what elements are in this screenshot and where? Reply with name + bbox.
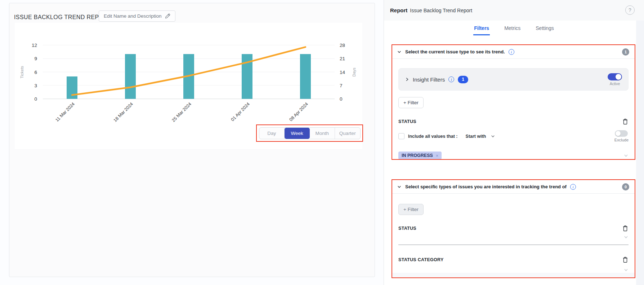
- include-values-row: Include all values that : Start with Exc…: [398, 130, 629, 142]
- tab-filters[interactable]: Filters: [473, 23, 490, 35]
- panel-header-title: Issue Backlog Trend Report: [410, 8, 472, 13]
- svg-text:08 Apr 2024: 08 Apr 2024: [289, 101, 309, 122]
- svg-text:21: 21: [340, 56, 345, 61]
- chevron-down-icon[interactable]: [623, 267, 629, 272]
- active-toggle[interactable]: [608, 73, 622, 80]
- insight-filters-row[interactable]: Insight Filters i 1 Active: [398, 68, 629, 91]
- status-field-header: STATUS: [398, 118, 629, 125]
- panel-header: Report Issue Backlog Trend Report: [384, 0, 644, 21]
- svg-text:Days: Days: [352, 67, 356, 77]
- panel-header-label: Report: [390, 7, 407, 13]
- info-icon[interactable]: i: [448, 76, 454, 82]
- chevron-down-icon[interactable]: [623, 153, 629, 158]
- svg-text:9: 9: [34, 56, 37, 61]
- section-1-count-badge: 1: [622, 48, 629, 56]
- granularity-switcher: Day Week Month Quarter: [259, 127, 361, 139]
- include-all-label: Include all values that :: [408, 134, 458, 139]
- svg-text:7: 7: [340, 83, 343, 88]
- svg-text:12: 12: [32, 43, 37, 48]
- section-1-title: Select the current issue type to see its…: [405, 49, 505, 54]
- svg-text:0: 0: [34, 96, 37, 102]
- filter-section-current-issue-type: Select the current issue type to see its…: [392, 44, 635, 160]
- info-icon[interactable]: i: [570, 184, 576, 190]
- svg-text:6: 6: [34, 70, 37, 75]
- trash-icon[interactable]: [622, 256, 629, 263]
- svg-text:14: 14: [340, 70, 345, 75]
- add-filter-label: + Filter: [403, 100, 419, 105]
- status-chip-in-progress[interactable]: IN PROGRESS ×: [398, 152, 442, 159]
- exclude-toggle-group: Exclude: [614, 130, 629, 142]
- svg-text:11 Mar 2024: 11 Mar 2024: [54, 101, 76, 123]
- filter-section-specific-issue-types: Select specific types of issues you are …: [392, 179, 635, 278]
- granularity-month[interactable]: Month: [310, 128, 335, 139]
- svg-text:18 Mar 2024: 18 Mar 2024: [113, 101, 134, 123]
- chevron-down-icon: [397, 49, 402, 54]
- granularity-week[interactable]: Week: [285, 128, 310, 139]
- svg-text:3: 3: [34, 83, 37, 88]
- status-category-dropdown: [398, 267, 629, 272]
- insight-toggle-group: Active: [608, 73, 622, 86]
- include-all-checkbox[interactable]: [398, 133, 404, 139]
- edit-button-label: Edit Name and Description: [104, 13, 162, 19]
- page-title: ISSUE BACKLOG TREND REPORT: [14, 14, 111, 21]
- chip-label: IN PROGRESS: [402, 153, 433, 158]
- trash-icon[interactable]: [622, 118, 629, 125]
- section-2-title: Select specific types of issues you are …: [405, 184, 567, 189]
- granularity-quarter[interactable]: Quarter: [335, 128, 360, 139]
- chevron-right-icon: [405, 77, 409, 82]
- insight-filters-label: Insight Filters: [413, 76, 445, 83]
- status-field-group: STATUS: [398, 225, 629, 245]
- operator-dropdown[interactable]: Start with: [466, 134, 495, 139]
- section-2-footer-strip: [392, 273, 635, 277]
- status-category-field-label: STATUS CATEGORY: [398, 257, 444, 262]
- chevron-down-icon[interactable]: [623, 234, 629, 240]
- tab-metrics[interactable]: Metrics: [504, 23, 521, 35]
- svg-text:25 Mar 2024: 25 Mar 2024: [171, 101, 193, 123]
- status-dropdown: [398, 234, 629, 240]
- insight-filters-count-badge: 1: [458, 76, 468, 83]
- report-config-panel: Report Issue Backlog Trend Report ? Filt…: [384, 0, 644, 285]
- status-field-label: STATUS: [398, 119, 416, 124]
- add-filter-label: + Filter: [403, 207, 419, 212]
- exclude-toggle-label: Exclude: [614, 138, 629, 142]
- status-category-field-group: STATUS CATEGORY: [398, 256, 629, 272]
- status-category-field-header: STATUS CATEGORY: [398, 256, 629, 263]
- svg-text:28: 28: [340, 43, 345, 48]
- help-icon[interactable]: ?: [625, 5, 635, 15]
- report-chart-card: ISSUE BACKLOG TREND REPORT Edit Name and…: [9, 3, 375, 277]
- app-root: ISSUE BACKLOG TREND REPORT Edit Name and…: [0, 0, 644, 285]
- section-2-count-badge: 0: [622, 183, 629, 190]
- status-input-underline: [398, 245, 629, 245]
- section-2-header[interactable]: Select specific types of issues you are …: [392, 180, 635, 194]
- chevron-down-icon: [491, 134, 495, 139]
- pencil-icon: [165, 13, 170, 19]
- section-1-header[interactable]: Select the current issue type to see its…: [392, 45, 635, 59]
- section-2-body: + Filter STATUS: [392, 194, 635, 272]
- tab-settings[interactable]: Settings: [535, 23, 555, 35]
- svg-text:0: 0: [340, 96, 343, 102]
- panel-scroll-area[interactable]: [636, 21, 644, 285]
- svg-text:01 Apr 2024: 01 Apr 2024: [230, 101, 251, 122]
- svg-text:Tickets: Tickets: [20, 66, 24, 78]
- exclude-toggle[interactable]: [615, 130, 628, 137]
- panel-tabs: Filters Metrics Settings: [384, 23, 644, 35]
- status-field-label: STATUS: [398, 226, 416, 231]
- add-filter-button[interactable]: + Filter: [398, 204, 424, 215]
- trash-icon[interactable]: [622, 225, 629, 232]
- granularity-day[interactable]: Day: [259, 128, 285, 139]
- active-toggle-label: Active: [610, 82, 620, 86]
- add-filter-button[interactable]: + Filter: [398, 97, 424, 108]
- edit-name-description-button[interactable]: Edit Name and Description: [99, 10, 175, 22]
- status-field-header: STATUS: [398, 225, 629, 232]
- chevron-down-icon: [397, 184, 402, 189]
- status-values-row: IN PROGRESS ×: [398, 152, 629, 159]
- chip-remove-icon[interactable]: ×: [436, 153, 439, 158]
- granularity-highlight-box: Day Week Month Quarter: [256, 124, 363, 142]
- section-1-body: Insight Filters i 1 Active + Filter STAT…: [392, 68, 635, 160]
- operator-value: Start with: [466, 134, 486, 139]
- info-icon[interactable]: i: [509, 49, 514, 55]
